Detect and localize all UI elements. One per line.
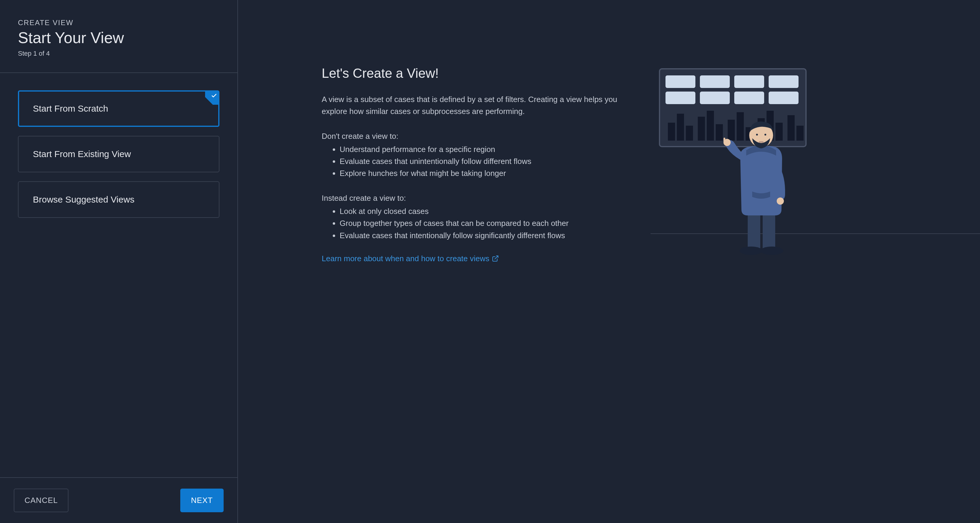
svg-rect-4 [734,75,764,88]
svg-rect-7 [700,92,730,104]
svg-point-26 [740,247,762,255]
svg-rect-12 [686,126,693,140]
svg-rect-8 [734,92,764,104]
svg-rect-13 [698,117,705,140]
sidebar-header: CREATE VIEW Start Your View Step 1 of 4 [0,0,237,73]
learn-more-link[interactable]: Learn more about when and how to create … [322,254,499,263]
svg-rect-15 [716,124,723,140]
list-item: Group together types of cases that can b… [340,217,639,229]
option-label: Start From Existing View [33,149,131,159]
list-item: Evaluate cases that intentionally follow… [340,230,639,241]
option-start-from-scratch[interactable]: Start From Scratch [18,90,220,127]
page-title: Start Your View [18,29,220,47]
svg-point-33 [756,134,758,136]
svg-rect-16 [728,120,735,140]
content-column: Let's Create a View! A view is a subset … [322,66,639,523]
next-button[interactable]: NEXT [180,489,224,512]
list-item: Evaluate cases that unintentionally foll… [340,155,639,167]
svg-rect-17 [737,112,744,140]
svg-rect-2 [665,75,695,88]
external-link-icon [492,255,499,262]
svg-rect-29 [724,138,725,144]
overline: CREATE VIEW [18,19,220,27]
list-item: Look at only closed cases [340,205,639,217]
option-browse-suggested[interactable]: Browse Suggested Views [18,181,220,218]
option-label: Browse Suggested Views [33,195,135,204]
illustration-column [662,66,896,523]
svg-line-0 [495,256,498,259]
cancel-button[interactable]: CANCEL [14,489,68,512]
step-indicator: Step 1 of 4 [18,49,220,57]
svg-rect-11 [677,114,684,140]
option-start-from-existing[interactable]: Start From Existing View [18,136,220,172]
svg-rect-10 [668,123,675,140]
check-icon [211,93,217,99]
svg-point-30 [777,198,784,205]
hero-illustration [657,66,896,258]
list-item: Explore hunches for what might be taking… [340,167,639,179]
analytics-person-illustration [657,66,812,257]
option-label: Start From Scratch [33,104,108,113]
svg-rect-32 [759,141,764,143]
intro-paragraph: A view is a subset of cases that is defi… [322,93,639,118]
sidebar-footer: CANCEL NEXT [0,477,237,523]
content-heading: Let's Create a View! [322,66,639,81]
list-item: Understand performance for a specific re… [340,144,639,155]
svg-rect-9 [768,92,799,104]
selected-corner [205,92,218,105]
svg-point-27 [760,247,783,255]
svg-rect-21 [775,123,783,140]
dont-lead: Don't create a view to: [322,130,639,142]
svg-rect-3 [700,75,730,88]
svg-rect-14 [707,111,714,140]
learn-more-text: Learn more about when and how to create … [322,254,489,263]
option-list: Start From Scratch Start From Existing V… [0,73,237,235]
svg-rect-22 [788,115,795,140]
wizard-sidebar: CREATE VIEW Start Your View Step 1 of 4 … [0,0,238,523]
svg-point-34 [764,134,766,136]
main-content: Let's Create a View! A view is a subset … [238,0,980,523]
do-list: Look at only closed cases Group together… [322,205,639,241]
svg-rect-23 [796,126,803,140]
svg-rect-5 [768,75,799,88]
dont-list: Understand performance for a specific re… [322,144,639,180]
svg-rect-6 [665,92,695,104]
do-lead: Instead create a view to: [322,192,639,204]
